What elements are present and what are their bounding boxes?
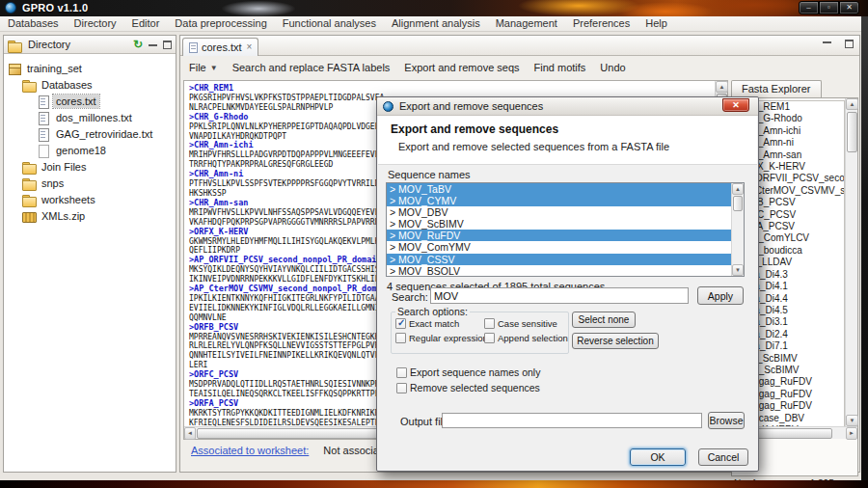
directory-panel: Directory ↻ training_set Databases cor bbox=[3, 35, 176, 473]
checkbox-icon[interactable] bbox=[484, 333, 495, 343]
tree-item[interactable]: worksheets bbox=[4, 191, 176, 207]
tree-item[interactable]: cores.txt bbox=[4, 93, 176, 109]
toolbar-item[interactable]: Export and remove seqs bbox=[404, 62, 519, 73]
tab-close-icon[interactable]: × bbox=[247, 42, 253, 52]
file-plain-icon bbox=[37, 144, 50, 156]
directory-tree: training_set Databases cores.txt dos_mil… bbox=[4, 54, 176, 224]
sequence-list-item[interactable]: > MOV_ComYMV bbox=[387, 241, 732, 253]
fasta-vertical-scrollbar[interactable]: ▲ ▼ bbox=[845, 98, 857, 426]
sequence-list-item[interactable]: > MOV_TaBV bbox=[387, 183, 732, 195]
associated-worksheet-link[interactable]: Associated to worksheet: bbox=[191, 445, 309, 456]
toolbar-item[interactable]: Undo bbox=[600, 62, 625, 73]
apply-button[interactable]: Apply bbox=[697, 286, 744, 305]
scroll-left-icon[interactable]: ◄ bbox=[184, 427, 196, 440]
dialog-list-scrollbar[interactable]: ▲ ▼ bbox=[731, 183, 744, 276]
search-option-checkbox[interactable]: Exact match bbox=[395, 318, 484, 329]
editor-toolbar: File ▼ Search and replace FASTA labelsEx… bbox=[180, 56, 859, 78]
toolbar-item[interactable]: Find motifs bbox=[534, 62, 586, 73]
checkbox-icon[interactable] bbox=[396, 383, 407, 393]
tree-item[interactable]: training_set bbox=[4, 60, 176, 76]
toolbar-item[interactable]: Search and replace FASTA labels bbox=[232, 62, 391, 73]
reverse-selection-button[interactable]: Reverse selection bbox=[572, 333, 659, 349]
output-file-input[interactable] bbox=[442, 413, 702, 428]
checkbox-icon[interactable] bbox=[396, 367, 407, 378]
sequence-list-item[interactable]: > MOV_CSSV bbox=[387, 254, 732, 265]
maximize-button[interactable]: ▫ bbox=[819, 1, 839, 14]
tree-item-label: cores.txt bbox=[53, 95, 99, 108]
checkbox-label: Remove selected sequences bbox=[410, 382, 540, 393]
desktop-wallpaper-right bbox=[861, 16, 868, 480]
fasta-line: >CHR_REM1 bbox=[189, 84, 715, 94]
dialog-option-checkbox[interactable]: Export sequence names only bbox=[396, 366, 540, 378]
search-option-checkbox[interactable]: Append selection bbox=[484, 333, 568, 343]
maximize-view-icon[interactable] bbox=[163, 41, 172, 49]
sequence-list-item[interactable]: > MOV_BSOLV bbox=[387, 265, 732, 277]
chevron-down-icon: ▼ bbox=[210, 64, 218, 72]
tree-item[interactable]: dos_millones.txt bbox=[4, 109, 176, 125]
menu-item[interactable]: Alignment analysis bbox=[384, 16, 488, 31]
sequence-list-item[interactable]: > MOV_CYMV bbox=[387, 195, 732, 206]
menu-item[interactable]: Functional analyses bbox=[275, 16, 384, 31]
tree-item-label: snps bbox=[39, 176, 67, 190]
tree-item[interactable]: genome18 bbox=[4, 142, 176, 158]
tree-item[interactable]: Databases bbox=[4, 76, 176, 93]
dialog-close-button[interactable]: ✕ bbox=[722, 98, 749, 112]
sequence-list-item[interactable]: > MOV_ScBIMV bbox=[387, 218, 732, 230]
sequence-names-listbox[interactable]: > MOV_TaBV> MOV_CYMV> MOV_DBV> MOV_ScBIM… bbox=[386, 182, 745, 277]
scroll-up-icon[interactable]: ▲ bbox=[846, 98, 858, 110]
sequence-list-item[interactable]: > MOV_DBV bbox=[387, 206, 732, 218]
search-input[interactable] bbox=[430, 287, 689, 304]
checkbox-label: Export sequence names only bbox=[410, 366, 540, 378]
tree-item[interactable]: snps bbox=[4, 175, 176, 191]
scroll-down-icon[interactable]: ▼ bbox=[732, 264, 744, 276]
file-menu[interactable]: File ▼ bbox=[189, 62, 218, 73]
menu-item[interactable]: Management bbox=[488, 16, 565, 31]
tab-cores-txt[interactable]: cores.txt × bbox=[182, 38, 258, 56]
checkbox-icon[interactable] bbox=[395, 333, 406, 343]
app-titlebar: GPRO v1.1.0 – ▫ ✕ bbox=[0, 0, 868, 16]
scrollbar-thumb[interactable] bbox=[733, 196, 743, 211]
refresh-icon[interactable]: ↻ bbox=[133, 39, 143, 50]
tab-fasta-explorer[interactable]: Fasta Explorer bbox=[731, 80, 822, 97]
tree-item[interactable]: GAG_retroviridae.txt bbox=[4, 125, 176, 142]
sequence-list-item[interactable]: > MOV_RuFDV bbox=[387, 230, 732, 241]
minimize-view-icon[interactable] bbox=[149, 39, 157, 46]
search-option-checkbox[interactable]: Regular expression bbox=[395, 333, 484, 343]
tree-item-label: training_set bbox=[24, 62, 85, 75]
tree-item[interactable]: Join Files bbox=[4, 158, 176, 175]
scroll-up-icon[interactable]: ▲ bbox=[716, 81, 728, 93]
search-label: Search: bbox=[392, 291, 428, 303]
minimize-editor-icon[interactable] bbox=[823, 36, 831, 43]
checkbox-icon[interactable] bbox=[395, 318, 406, 329]
ok-button[interactable]: OK bbox=[630, 448, 686, 466]
zip-icon bbox=[22, 209, 36, 222]
menu-item[interactable]: Databases bbox=[0, 16, 67, 31]
search-options-legend: Search options: bbox=[395, 306, 470, 317]
dialog-option-checkbox[interactable]: Remove selected sequences bbox=[396, 382, 540, 393]
menu-item[interactable]: Directory bbox=[67, 16, 124, 31]
folder-icon bbox=[22, 176, 36, 189]
menu-item[interactable]: Editor bbox=[124, 16, 168, 31]
search-option-checkbox[interactable]: Case sensitive bbox=[484, 318, 568, 329]
minimize-button[interactable]: – bbox=[799, 1, 819, 14]
scroll-up-icon[interactable]: ▲ bbox=[732, 183, 744, 195]
menu-item[interactable]: Data preprocessing bbox=[167, 16, 274, 31]
gpro-logo-icon bbox=[5, 2, 16, 14]
select-none-button[interactable]: Select none bbox=[572, 312, 636, 328]
checkbox-label: Regular expression bbox=[409, 333, 488, 343]
checkbox-icon[interactable] bbox=[484, 318, 495, 329]
menu-item[interactable]: Preferences bbox=[565, 16, 637, 31]
browse-button[interactable]: Browse bbox=[708, 412, 745, 429]
tree-item[interactable]: XMLs.zip bbox=[4, 207, 176, 224]
close-button[interactable]: ✕ bbox=[839, 1, 859, 14]
directory-panel-header: Directory ↻ bbox=[4, 36, 176, 54]
maximize-editor-icon[interactable] bbox=[845, 40, 854, 48]
cancel-button[interactable]: Cancel bbox=[698, 448, 748, 466]
menu-item[interactable]: Help bbox=[637, 16, 675, 31]
folder-icon bbox=[22, 160, 36, 173]
folder-icon bbox=[22, 78, 36, 91]
scrollbar-thumb[interactable] bbox=[847, 112, 857, 152]
scroll-right-icon[interactable]: ► bbox=[846, 427, 857, 440]
scroll-down-icon[interactable]: ▼ bbox=[846, 415, 858, 426]
tree-item-label: GAG_retroviridae.txt bbox=[53, 127, 155, 141]
